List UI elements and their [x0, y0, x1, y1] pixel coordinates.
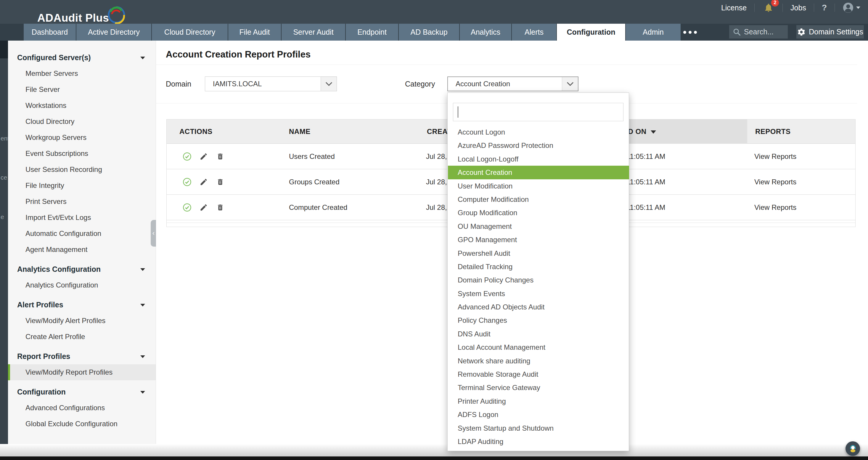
view-reports-link[interactable]: View Reports — [754, 195, 796, 220]
category-select[interactable]: Account Creation — [447, 77, 579, 91]
section-label: Analytics Configuration — [17, 265, 101, 273]
page-bottom-gradient — [0, 444, 868, 456]
sidebar-section-report-profiles[interactable]: Report Profiles — [8, 348, 156, 364]
dropdown-option-adfs-logon[interactable]: ADFS Logon — [448, 408, 629, 421]
sidebar-collapse-handle[interactable]: ‹ — [151, 220, 156, 247]
tab-file-audit[interactable]: File Audit — [228, 24, 281, 40]
enable-status-icon[interactable] — [183, 152, 191, 161]
global-search-box[interactable]: Search... — [729, 25, 788, 38]
tab-server-audit[interactable]: Server Audit — [282, 24, 345, 40]
column-header-name[interactable]: NAME — [289, 119, 311, 144]
sidebar-item-cloud-directory[interactable]: Cloud Directory — [8, 114, 156, 130]
dropdown-option-account-creation[interactable]: Account Creation — [448, 166, 629, 179]
dropdown-option-system-events[interactable]: System Events — [448, 287, 629, 300]
dropdown-option-azuread-password-protection[interactable]: AzureAD Password Protection — [448, 139, 629, 152]
dropdown-option-group-modification[interactable]: Group Modification — [448, 206, 629, 219]
dropdown-option-detailed-tracking[interactable]: Detailed Tracking — [448, 260, 629, 273]
dropdown-option-policy-changes[interactable]: Policy Changes — [448, 314, 629, 327]
license-link[interactable]: License — [713, 4, 754, 12]
dropdown-option-ou-management[interactable]: OU Management — [448, 220, 629, 233]
sidebar-item-user-session-recording[interactable]: User Session Recording — [8, 162, 156, 177]
enable-status-icon[interactable] — [183, 177, 191, 186]
modified-on-value: 11:05:11 AM — [626, 169, 665, 195]
tab-cloud-directory[interactable]: Cloud Directory — [152, 24, 228, 40]
sidebar-item-file-server[interactable]: File Server — [8, 82, 156, 97]
category-label: Category — [405, 80, 435, 88]
tab-dashboard[interactable]: Dashboard — [24, 24, 76, 40]
edit-icon[interactable] — [199, 152, 208, 161]
row-actions — [183, 169, 225, 195]
tab-endpoint[interactable]: Endpoint — [346, 24, 398, 40]
topbar-actions: License 2 Jobs ? — [713, 0, 862, 16]
window-bottom-edge — [0, 456, 868, 460]
dropdown-option-advanced-ad-objects-audit[interactable]: Advanced AD Objects Audit — [448, 300, 629, 314]
dropdown-option-local-logon-logoff[interactable]: Local Logon-Logoff — [448, 152, 629, 166]
dropdown-option-dns-audit[interactable]: DNS Audit — [448, 327, 629, 341]
edit-icon[interactable] — [199, 203, 208, 212]
tab-ad-backup[interactable]: AD Backup — [399, 24, 459, 40]
delete-icon[interactable] — [216, 203, 225, 212]
tab-alerts[interactable]: Alerts — [512, 24, 556, 40]
sidebar-section-configured-servers[interactable]: Configured Server(s) — [8, 50, 156, 65]
sidebar-item-global-exclude-configuration[interactable]: Global Exclude Configuration — [8, 416, 156, 432]
sidebar-section-analytics-configuration[interactable]: Analytics Configuration — [8, 261, 156, 277]
dropdown-search-input[interactable] — [453, 103, 623, 121]
sidebar-item-import-evt-logs[interactable]: Import Evt/Evtx Logs — [8, 209, 156, 226]
dropdown-option-printer-auditing[interactable]: Printer Auditing — [448, 395, 629, 408]
support-chat-button[interactable] — [845, 441, 860, 456]
help-button[interactable]: ? — [814, 3, 835, 12]
dropdown-option-powershell-audit[interactable]: Powershell Audit — [448, 247, 629, 260]
domain-settings-button[interactable]: Domain Settings — [796, 25, 864, 38]
sidebar-item-event-subscriptions[interactable]: Event Subscriptions — [8, 146, 156, 162]
sidebar-item-member-servers[interactable]: Member Servers — [8, 65, 156, 82]
dropdown-option-removable-storage-audit[interactable]: Removable Storage Audit — [448, 368, 629, 381]
tab-active-directory[interactable]: Active Directory — [76, 24, 151, 40]
sidebar-item-workstations[interactable]: Workstations — [8, 97, 156, 114]
domain-select[interactable]: IAMITS.LOCAL — [205, 77, 337, 91]
sidebar-item-advanced-configurations[interactable]: Advanced Configurations — [8, 400, 156, 416]
more-tabs-button[interactable] — [683, 24, 697, 40]
view-reports-link[interactable]: View Reports — [754, 144, 796, 169]
sidebar-section-alert-profiles[interactable]: Alert Profiles — [8, 297, 156, 313]
dropdown-option-gpo-management[interactable]: GPO Management — [448, 233, 629, 246]
chevron-down-icon — [140, 268, 145, 271]
sidebar-item-automatic-configuration[interactable]: Automatic Configuration — [8, 226, 156, 241]
dropdown-option-computer-modification[interactable]: Computer Modification — [448, 193, 629, 206]
sidebar-item-agent-management[interactable]: Agent Management — [8, 241, 156, 258]
sidebar-item-workgroup-servers[interactable]: Workgroup Servers — [8, 130, 156, 146]
view-reports-link[interactable]: View Reports — [754, 169, 796, 195]
delete-icon[interactable] — [216, 177, 225, 186]
profile-name: Groups Created — [289, 169, 340, 195]
rail-clipped-label: ce — [1, 174, 7, 181]
sidebar-item-create-alert-profile[interactable]: Create Alert Profile — [8, 329, 156, 345]
dropdown-option-user-modification[interactable]: User Modification — [448, 179, 629, 193]
sidebar-section-configuration[interactable]: Configuration — [8, 384, 156, 400]
enable-status-icon[interactable] — [183, 203, 191, 212]
tab-configuration[interactable]: Configuration — [557, 24, 625, 40]
notifications-button[interactable]: 2 — [755, 2, 782, 13]
delete-icon[interactable] — [216, 152, 225, 161]
category-dropdown-panel: Account Logon AzureAD Password Protectio… — [447, 92, 629, 451]
column-header-reports: REPORTS — [755, 119, 791, 144]
tab-admin[interactable]: Admin — [626, 24, 681, 40]
tab-analytics[interactable]: Analytics — [460, 24, 511, 40]
sidebar-item-view-modify-report-profiles[interactable]: View/Modify Report Profiles — [8, 364, 156, 380]
edit-icon[interactable] — [199, 177, 208, 186]
user-menu[interactable] — [835, 2, 862, 13]
dropdown-option-ldap-auditing[interactable]: LDAP Auditing — [448, 435, 629, 448]
dropdown-option-domain-policy-changes[interactable]: Domain Policy Changes — [448, 273, 629, 287]
dropdown-option-account-logon[interactable]: Account Logon — [448, 125, 629, 139]
dropdown-option-terminal-service-gateway[interactable]: Terminal Service Gateway — [448, 381, 629, 394]
dropdown-option-network-share-auditing[interactable]: Network share auditing — [448, 354, 629, 368]
sidebar-item-print-servers[interactable]: Print Servers — [8, 194, 156, 209]
dropdown-option-system-startup-and-shutdown[interactable]: System Startup and Shutdown — [448, 422, 629, 435]
nav-tabs: Dashboard Active Directory Cloud Directo… — [24, 24, 681, 40]
dropdown-option-local-account-management[interactable]: Local Account Management — [448, 341, 629, 354]
collapsed-left-rail[interactable]: ent ce e — [0, 40, 8, 456]
sidebar-item-file-integrity[interactable]: File Integrity — [8, 177, 156, 194]
sidebar-item-view-modify-alert-profiles[interactable]: View/Modify Alert Profiles — [8, 313, 156, 329]
notification-badge: 2 — [771, 0, 779, 6]
chevron-down-icon — [140, 355, 145, 358]
jobs-link[interactable]: Jobs — [783, 4, 814, 12]
sidebar-item-analytics-configuration[interactable]: Analytics Configuration — [8, 277, 156, 293]
